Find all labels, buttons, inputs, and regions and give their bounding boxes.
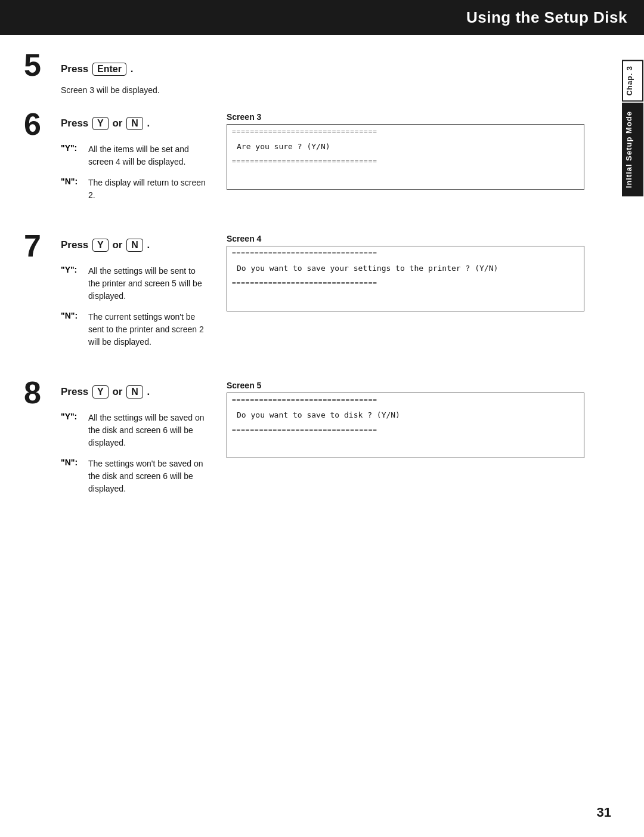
screen3-label: Screen 3 — [227, 112, 584, 122]
step8-option-n-text: The settings won't be saved on the disk … — [88, 458, 209, 495]
step8-section: 8 Press Y or N . "Y": All the settings w… — [24, 381, 584, 509]
screen5-text: Do you want to save to disk ? (Y/N) — [227, 404, 584, 425]
step7-or: or — [112, 239, 122, 251]
step6-key-y: Y — [92, 117, 109, 130]
step6-number: 6 — [24, 109, 56, 140]
step8-option-y: "Y": All the settings will be saved on t… — [61, 412, 209, 449]
step8-key-y: Y — [92, 385, 109, 399]
step7-row: 7 Press Y or N . — [24, 234, 209, 261]
side-tab: Chap. 3 Initial Setup Mode — [621, 60, 644, 197]
screen5-container: Screen 5 ===============================… — [227, 381, 584, 458]
screen3-box: ================================ Are you… — [227, 124, 584, 190]
step7-left: 7 Press Y or N . "Y": All the settings w… — [24, 234, 209, 363]
page-number: 31 — [597, 805, 611, 820]
step8-key-n: N — [126, 385, 143, 399]
screen5-dashes-bottom: ================================ — [227, 425, 584, 437]
step8-instruction: Press Y or N . — [61, 381, 150, 399]
step7-number: 7 — [24, 230, 56, 261]
step6-left: 6 Press Y or N . "Y": All the items will… — [24, 112, 209, 216]
step6-option-y-label: "Y": — [61, 143, 88, 153]
screen4-label: Screen 4 — [227, 234, 584, 243]
step6-options: "Y": All the items will be set and scree… — [61, 143, 209, 202]
screen4-box: ================================ Do you … — [227, 246, 584, 311]
screen4-text: Do you want to save your settings to the… — [227, 258, 584, 279]
screen3-dashes-bottom: ================================ — [227, 157, 584, 168]
screen3-dashes-top: ================================ — [227, 125, 584, 136]
step7-right: Screen 4 ===============================… — [227, 234, 584, 314]
step7-section: 7 Press Y or N . "Y": All the settings w… — [24, 234, 584, 363]
step5-suffix: . — [131, 63, 134, 75]
step5-number: 5 — [24, 50, 56, 81]
screen4-dashes-bottom: ================================ — [227, 279, 584, 290]
step6-right: Screen 3 ===============================… — [227, 112, 584, 192]
step7-option-n-label: "N": — [61, 311, 88, 320]
step7-option-n: "N": The current settings won't be sent … — [61, 311, 209, 348]
step8-option-n: "N": The settings won't be saved on the … — [61, 458, 209, 495]
chapter-label: Chap. 3 — [622, 60, 643, 101]
step8-right: Screen 5 ===============================… — [227, 381, 584, 461]
screen4-dashes-top: ================================ — [227, 246, 584, 258]
step7-option-n-text: The current settings won't be sent to th… — [88, 311, 209, 348]
step7-option-y-label: "Y": — [61, 265, 88, 274]
step5-prefix: Press — [61, 63, 88, 75]
step8-left: 8 Press Y or N . "Y": All the settings w… — [24, 381, 209, 509]
step6-option-n: "N": The display will return to screen 2… — [61, 177, 209, 202]
step8-number: 8 — [24, 377, 56, 408]
step8-or: or — [112, 386, 122, 397]
step8-suffix: . — [147, 386, 150, 397]
step6-option-n-text: The display will return to screen 2. — [88, 177, 209, 202]
step6-row: 6 Press Y or N . — [24, 112, 209, 140]
step7-option-y: "Y": All the settings will be sent to th… — [61, 265, 209, 302]
step7-key-n: N — [126, 239, 143, 252]
mode-label: Initial Setup Mode — [622, 103, 643, 196]
step7-option-y-text: All the settings will be sent to the pri… — [88, 265, 209, 302]
step7-options: "Y": All the settings will be sent to th… — [61, 265, 209, 348]
step7-instruction: Press Y or N . — [61, 234, 150, 252]
step5-key-enter: Enter — [92, 63, 126, 76]
screen3-text: Are you sure ? (Y/N) — [227, 136, 584, 157]
step5-detail: Screen 3 will be displayed. — [61, 84, 584, 97]
step7-suffix: . — [147, 239, 150, 251]
step8-option-y-label: "Y": — [61, 412, 88, 421]
step7-prefix: Press — [61, 239, 88, 251]
step5-row: 5 Press Enter . — [24, 53, 584, 81]
page-header: Using the Setup Disk — [0, 0, 644, 35]
step8-row: 8 Press Y or N . — [24, 381, 209, 408]
step6-option-y: "Y": All the items will be set and scree… — [61, 143, 209, 168]
step8-prefix: Press — [61, 386, 88, 397]
step6-instruction: Press Y or N . — [61, 112, 150, 130]
step6-or: or — [112, 118, 122, 129]
step7-key-y: Y — [92, 239, 109, 252]
step8-option-n-label: "N": — [61, 458, 88, 467]
header-title: Using the Setup Disk — [466, 8, 627, 26]
step8-option-y-text: All the settings will be saved on the di… — [88, 412, 209, 449]
main-content: 5 Press Enter . Screen 3 will be display… — [0, 35, 620, 551]
step6-option-n-label: "N": — [61, 177, 88, 186]
step6-section: 6 Press Y or N . "Y": All the items will… — [24, 112, 584, 216]
screen5-label: Screen 5 — [227, 381, 584, 390]
screen5-box: ================================ Do you … — [227, 393, 584, 458]
step6-key-n: N — [126, 117, 143, 130]
screen5-dashes-top: ================================ — [227, 393, 584, 404]
screen4-container: Screen 4 ===============================… — [227, 234, 584, 311]
step6-suffix: . — [147, 118, 150, 129]
step5-instruction: Press Enter . — [61, 58, 133, 76]
step6-prefix: Press — [61, 118, 88, 129]
screen3-container: Screen 3 ===============================… — [227, 112, 584, 190]
step6-option-y-text: All the items will be set and screen 4 w… — [88, 143, 209, 168]
step8-options: "Y": All the settings will be saved on t… — [61, 412, 209, 495]
